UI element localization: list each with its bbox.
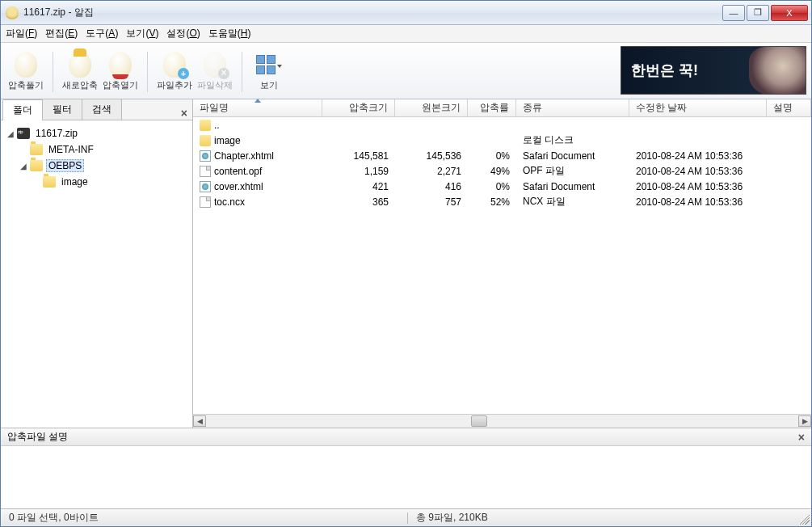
menubar: 파일(F) 편집(E) 도구(A) 보기(V) 설정(O) 도움말(H) <box>1 25 811 43</box>
file-name: Chapter.xhtml <box>214 150 274 162</box>
grid-icon <box>256 55 276 74</box>
toolbar-separator <box>53 52 53 92</box>
doc-icon <box>200 166 211 177</box>
menu-view[interactable]: 보기(V) <box>126 27 158 40</box>
maximize-button[interactable]: ❐ <box>747 5 769 21</box>
cell-date: 2010-08-24 AM 10:53:36 <box>629 181 767 192</box>
cell-type: Safari Document <box>516 150 629 162</box>
view-mode-button[interactable]: 보기 <box>249 49 289 94</box>
tab-folder[interactable]: 폴더 <box>2 99 43 120</box>
cell-csize: 145,581 <box>322 150 395 162</box>
cell-type: OPF 파일 <box>516 164 629 178</box>
cell-date: 2010-08-24 AM 10:53:36 <box>629 166 767 177</box>
window-frame: 11617.zip - 알집 — ❐ X 파일(F) 편집(E) 도구(A) 보… <box>0 0 812 527</box>
folder-icon <box>43 176 56 188</box>
cell-date: 2010-08-24 AM 10:53:36 <box>629 196 767 208</box>
egg-neck-icon <box>109 52 132 78</box>
description-panel: 압축파일 설명 × <box>1 428 811 508</box>
scroll-left-icon[interactable]: ◀ <box>193 415 206 427</box>
ad-banner[interactable]: 한번은 꾹! <box>621 46 806 95</box>
egg-add-icon <box>163 52 186 78</box>
cell-type: NCX 파일 <box>516 195 629 209</box>
web-icon <box>200 150 211 162</box>
toolbar: 압축풀기 새로압축 압축열기 파일추가 파일삭제 <box>1 43 811 99</box>
file-name: toc.ncx <box>214 196 245 208</box>
tab-search[interactable]: 검색 <box>82 99 122 120</box>
col-header-csize[interactable]: 압축크기 <box>322 99 395 116</box>
sidebar-close-icon[interactable]: × <box>181 107 187 120</box>
open-archive-button[interactable]: 압축열기 <box>100 49 141 94</box>
resize-grip-icon[interactable] <box>797 512 810 525</box>
col-header-desc[interactable]: 설명 <box>767 99 811 116</box>
egg-delete-icon <box>204 52 226 78</box>
app-icon <box>6 6 19 19</box>
cell-type: 로컬 디스크 <box>516 133 629 147</box>
table-row[interactable]: cover.xhtml4214160%Safari Document2010-0… <box>193 179 811 194</box>
minimize-button[interactable]: — <box>722 5 745 21</box>
scroll-right-icon[interactable]: ▶ <box>798 415 811 427</box>
new-archive-button[interactable]: 새로압축 <box>60 49 100 94</box>
add-file-button[interactable]: 파일추가 <box>154 49 195 94</box>
cell-ratio: 0% <box>468 181 516 192</box>
toolbar-separator <box>147 52 148 92</box>
table-row[interactable]: image로컬 디스크 <box>193 133 811 148</box>
col-header-date[interactable]: 수정한 날짜 <box>629 99 767 116</box>
cell-csize: 421 <box>322 181 395 192</box>
extract-button[interactable]: 압축풀기 <box>6 49 46 94</box>
folder-icon <box>200 120 211 131</box>
titlebar[interactable]: 11617.zip - 알집 — ❐ X <box>1 1 811 25</box>
description-close-icon[interactable]: × <box>798 431 805 444</box>
table-row[interactable]: Chapter.xhtml145,581145,5360%Safari Docu… <box>193 148 811 163</box>
col-header-type[interactable]: 종류 <box>516 99 629 116</box>
table-row[interactable]: toc.ncx36575752%NCX 파일2010-08-24 AM 10:5… <box>193 194 811 209</box>
menu-tools[interactable]: 도구(A) <box>86 27 118 40</box>
tab-filter[interactable]: 필터 <box>42 99 82 120</box>
menu-help[interactable]: 도움말(H) <box>208 27 251 40</box>
status-total: 총 9파일, 210KB <box>408 511 496 525</box>
description-body <box>1 446 811 508</box>
tree-node-metainf[interactable]: META-INF <box>4 141 189 158</box>
tree-collapse-icon[interactable]: ◢ <box>6 129 15 138</box>
tree-node-image[interactable]: image <box>4 174 189 190</box>
table-row[interactable]: .. <box>193 117 811 133</box>
description-header: 압축파일 설명 × <box>1 428 811 446</box>
status-selection: 0 파일 선택, 0바이트 <box>1 511 107 525</box>
col-header-osize[interactable]: 원본크기 <box>395 99 468 116</box>
cell-osize: 416 <box>395 181 468 192</box>
toolbar-separator <box>242 52 242 92</box>
file-name: image <box>214 135 241 146</box>
egg-icon <box>15 52 37 78</box>
description-title: 압축파일 설명 <box>7 430 68 444</box>
zip-icon <box>17 128 30 139</box>
close-button[interactable]: X <box>771 5 808 21</box>
folder-icon <box>200 135 211 146</box>
menu-settings[interactable]: 설정(O) <box>166 27 200 40</box>
cell-osize: 2,271 <box>395 166 468 177</box>
file-name: content.opf <box>214 166 262 177</box>
cell-osize: 145,536 <box>395 150 468 162</box>
scroll-thumb[interactable] <box>471 415 487 427</box>
menu-file[interactable]: 파일(F) <box>6 27 37 40</box>
col-header-ratio[interactable]: 압축률 <box>468 99 516 116</box>
col-header-name[interactable]: 파일명 <box>193 99 322 116</box>
tree-node-root[interactable]: ◢ 11617.zip <box>4 125 189 141</box>
statusbar: 0 파일 선택, 0바이트 총 9파일, 210KB <box>1 508 811 526</box>
tree-collapse-icon[interactable]: ◢ <box>19 161 28 171</box>
list-header: 파일명 압축크기 원본크기 압축률 종류 수정한 날짜 설명 <box>193 99 811 117</box>
cell-type: Safari Document <box>516 181 629 192</box>
folder-tree[interactable]: ◢ 11617.zip META-INF ◢ OEBPS image <box>1 120 192 428</box>
file-name: cover.xhtml <box>214 181 263 192</box>
window-controls: — ❐ X <box>722 5 808 21</box>
file-list[interactable]: ..image로컬 디스크Chapter.xhtml145,581145,536… <box>193 117 811 414</box>
web-icon <box>200 181 211 192</box>
table-row[interactable]: content.opf1,1592,27149%OPF 파일2010-08-24… <box>193 163 811 179</box>
tree-node-oebps[interactable]: ◢ OEBPS <box>4 158 189 174</box>
chevron-down-icon <box>277 65 282 68</box>
cell-ratio: 0% <box>468 150 516 162</box>
cell-ratio: 52% <box>468 196 516 208</box>
cell-csize: 1,159 <box>322 166 395 177</box>
doc-icon <box>200 196 211 208</box>
menu-edit[interactable]: 편집(E) <box>45 27 78 40</box>
horizontal-scrollbar[interactable]: ◀ ▶ <box>193 414 811 428</box>
folder-icon <box>30 160 43 171</box>
